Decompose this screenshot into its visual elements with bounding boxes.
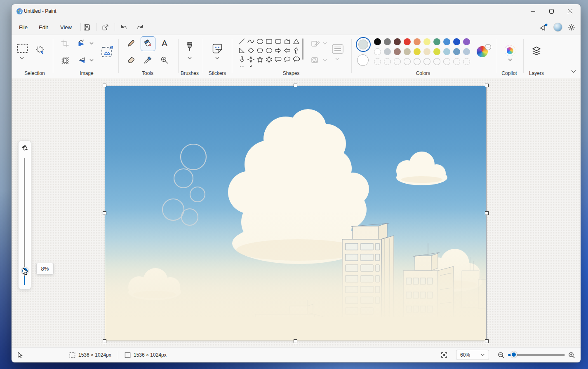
selection-dropdown-chevron-icon[interactable] [19, 56, 24, 60]
palette-color-r1-5[interactable] [423, 38, 430, 45]
selection-handle-bottom-right[interactable] [485, 339, 489, 343]
minimize-button[interactable] [523, 5, 542, 18]
stickers-dropdown-chevron-icon[interactable] [215, 56, 220, 60]
color-picker-tool-icon[interactable] [143, 56, 152, 65]
layers-icon[interactable] [531, 46, 542, 56]
zoom-slider-thumb[interactable] [510, 351, 517, 358]
menu-file[interactable]: File [15, 22, 32, 33]
shape-heart-icon[interactable] [237, 64, 246, 67]
shape-star-five-icon[interactable] [255, 55, 264, 64]
zoom-level-dropdown[interactable]: 60% [456, 350, 489, 360]
shape-lightning-icon[interactable] [246, 64, 255, 67]
save-button[interactable] [82, 23, 91, 32]
shape-callout-cloud-icon[interactable] [292, 55, 301, 64]
selection-handle-top-left[interactable] [103, 84, 106, 87]
foreground-color-swatch[interactable] [356, 37, 371, 52]
palette-color-r1-9[interactable] [463, 38, 470, 45]
palette-color-r1-1[interactable] [384, 38, 391, 45]
collapse-ribbon-chevron-icon[interactable] [571, 70, 576, 73]
flip-icon[interactable] [77, 56, 86, 65]
fill-tool-icon[interactable] [143, 39, 152, 48]
palette-color-r2-7[interactable] [443, 48, 450, 55]
palette-color-r2-4[interactable] [414, 48, 421, 55]
shape-rectangle-icon[interactable] [264, 37, 273, 46]
palette-empty-slot-7[interactable] [443, 58, 450, 65]
canvas[interactable] [105, 86, 486, 341]
selection-handle-bottom-center[interactable] [294, 339, 297, 343]
palette-empty-slot-5[interactable] [423, 58, 430, 65]
palette-color-r2-1[interactable] [384, 48, 391, 55]
share-button[interactable] [101, 23, 110, 32]
shape-triangle-icon[interactable] [292, 37, 301, 46]
shapes-scrollbar[interactable] [302, 38, 303, 60]
undo-button[interactable] [119, 23, 128, 32]
palette-empty-slot-8[interactable] [453, 58, 460, 65]
palette-empty-slot-2[interactable] [394, 58, 401, 65]
fit-to-screen-button[interactable] [440, 348, 448, 362]
selection-handle-middle-left[interactable] [103, 211, 106, 215]
shape-right-triangle-icon[interactable] [237, 46, 246, 55]
image-resize-icon[interactable] [101, 45, 114, 58]
copilot-icon[interactable] [505, 45, 515, 56]
pencil-tool-icon[interactable] [127, 39, 136, 48]
shape-callout-oval-icon[interactable] [282, 55, 292, 64]
palette-color-r1-7[interactable] [443, 38, 450, 45]
shape-arrow-down-icon[interactable] [237, 55, 246, 64]
palette-empty-slot-0[interactable] [374, 58, 381, 65]
palette-color-r2-9[interactable] [463, 48, 470, 55]
palette-color-r1-2[interactable] [394, 38, 401, 45]
resize-skew-icon[interactable] [61, 56, 69, 65]
shape-star-four-icon[interactable] [246, 55, 255, 64]
palette-empty-slot-6[interactable] [433, 58, 440, 65]
palette-color-r2-8[interactable] [453, 48, 460, 55]
text-tool-icon[interactable]: A [160, 38, 169, 48]
palette-color-r1-4[interactable] [414, 38, 421, 45]
shape-diamond-icon[interactable] [246, 46, 255, 55]
settings-gear-icon[interactable] [567, 23, 576, 32]
magnifier-tool-icon[interactable] [160, 56, 169, 65]
palette-empty-slot-1[interactable] [384, 58, 391, 65]
shape-rounded-rectangle-icon[interactable] [273, 37, 282, 46]
selection-handle-bottom-left[interactable] [103, 339, 106, 343]
shape-polygon-icon[interactable] [282, 37, 292, 46]
maximize-button[interactable] [542, 5, 561, 18]
palette-color-r2-3[interactable] [404, 48, 411, 55]
shape-hexagon-icon[interactable] [264, 46, 273, 55]
background-color-swatch[interactable] [357, 54, 369, 66]
brushes-icon[interactable] [185, 42, 195, 54]
menu-view[interactable]: View [56, 22, 76, 33]
shape-pentagon-icon[interactable] [255, 46, 264, 55]
redo-button[interactable] [136, 23, 145, 32]
palette-color-r1-0[interactable] [374, 38, 381, 45]
selection-handle-top-right[interactable] [485, 84, 489, 87]
rotate-dropdown-chevron-icon[interactable] [89, 42, 94, 45]
shape-star-six-icon[interactable] [264, 55, 273, 64]
palette-color-r1-8[interactable] [453, 38, 460, 45]
shape-curve-icon[interactable] [246, 37, 255, 46]
shape-arrow-right-icon[interactable] [273, 46, 282, 55]
shape-arrow-left-icon[interactable] [282, 46, 292, 55]
palette-empty-slot-9[interactable] [463, 58, 470, 65]
feedback-icon[interactable] [539, 23, 548, 32]
menu-edit[interactable]: Edit [35, 22, 52, 33]
palette-color-r1-3[interactable] [404, 38, 411, 45]
fill-tolerance-track[interactable] [24, 158, 25, 285]
close-button[interactable] [560, 5, 579, 18]
palette-color-r2-5[interactable] [423, 48, 430, 55]
rectangle-select-icon[interactable] [17, 44, 28, 53]
account-avatar[interactable] [553, 23, 562, 32]
titlebar[interactable]: Untitled - Paint [12, 4, 581, 19]
palette-color-r1-6[interactable] [433, 38, 440, 45]
palette-empty-slot-4[interactable] [414, 58, 421, 65]
copilot-dropdown-chevron-icon[interactable] [508, 58, 513, 61]
zoom-out-button[interactable] [497, 348, 505, 362]
eraser-tool-icon[interactable] [127, 56, 136, 65]
zoom-in-button[interactable] [568, 348, 576, 362]
selection-handle-top-center[interactable] [294, 84, 297, 87]
shape-arrow-up-icon[interactable] [292, 46, 301, 55]
palette-color-r2-2[interactable] [394, 48, 401, 55]
flip-dropdown-chevron-icon[interactable] [89, 58, 94, 62]
shape-oval-icon[interactable] [255, 37, 264, 46]
stickers-icon[interactable] [212, 43, 223, 54]
rotate-icon[interactable] [77, 39, 86, 48]
